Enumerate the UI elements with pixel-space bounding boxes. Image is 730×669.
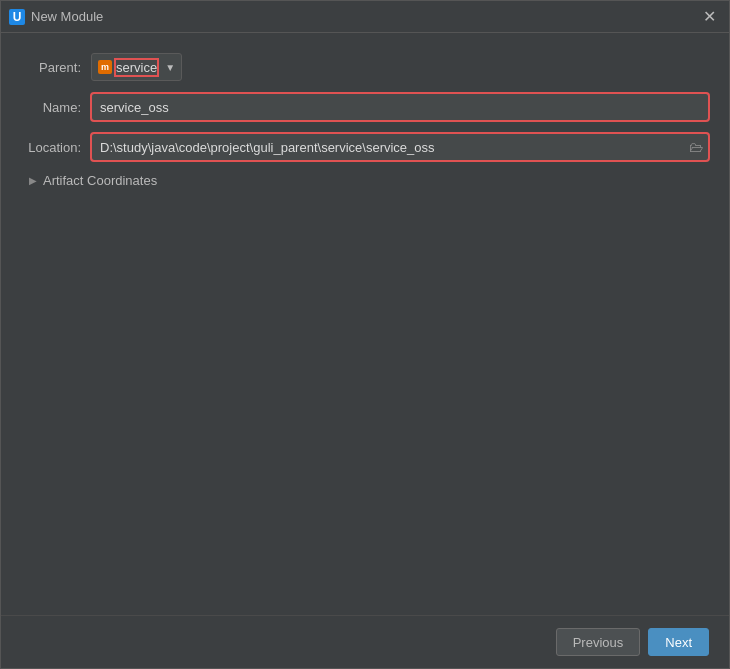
- dialog-footer: Previous Next: [1, 615, 729, 668]
- parent-value: service: [116, 60, 157, 75]
- parent-label: Parent:: [21, 60, 91, 75]
- location-row: Location: 🗁: [21, 133, 709, 161]
- maven-icon: m: [98, 60, 112, 74]
- folder-browse-icon[interactable]: 🗁: [689, 139, 703, 155]
- name-input[interactable]: [91, 93, 709, 121]
- close-button[interactable]: ✕: [697, 5, 721, 29]
- name-label: Name:: [21, 100, 91, 115]
- dialog-title: New Module: [31, 9, 697, 24]
- dropdown-arrow-icon: ▼: [165, 62, 175, 73]
- parent-selector[interactable]: m service ▼: [91, 53, 182, 81]
- location-input[interactable]: [91, 133, 709, 161]
- new-module-dialog: U New Module ✕ Parent: m service ▼ Name:…: [0, 0, 730, 669]
- artifact-section[interactable]: ▶ Artifact Coordinates: [21, 173, 709, 188]
- collapse-arrow-icon: ▶: [29, 175, 37, 186]
- next-button[interactable]: Next: [648, 628, 709, 656]
- titlebar: U New Module ✕: [1, 1, 729, 33]
- name-row: Name:: [21, 93, 709, 121]
- app-icon: U: [9, 9, 25, 25]
- previous-button[interactable]: Previous: [556, 628, 641, 656]
- empty-area: [1, 334, 729, 615]
- location-label: Location:: [21, 140, 91, 155]
- location-wrapper: 🗁: [91, 133, 709, 161]
- dialog-content: Parent: m service ▼ Name: Location: 🗁: [1, 33, 729, 334]
- artifact-label: Artifact Coordinates: [43, 173, 157, 188]
- parent-row: Parent: m service ▼: [21, 53, 709, 81]
